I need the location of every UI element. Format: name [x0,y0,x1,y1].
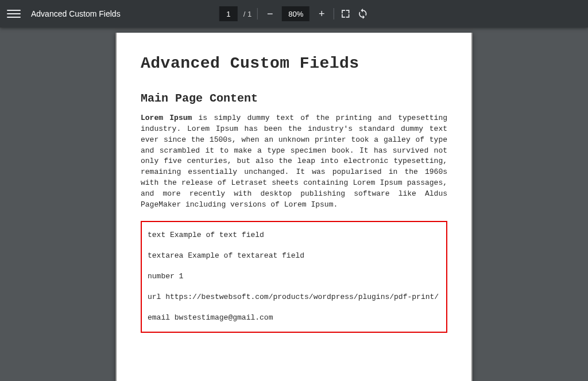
rotate-button[interactable] [357,8,369,20]
page-title: Advanced Custom Fields [141,55,447,72]
fit-page-icon [340,8,351,20]
section-heading: Main Page Content [141,92,447,105]
field-number: number 1 [148,271,440,282]
paragraph-rest: is simply dummy text of the printing and… [141,114,447,209]
rotate-icon [357,8,369,20]
field-email: email bwstestimage@gmail.com [148,313,440,323]
zoom-level-input[interactable] [282,6,310,21]
pdf-toolbar: Advanced Custom Fields / 1 − + [0,0,588,28]
paragraph-lead: Lorem Ipsum [141,114,192,122]
fit-page-button[interactable] [340,8,351,20]
page-number-input[interactable] [219,6,238,21]
document-title: Advanced Custom Fields [31,9,121,18]
page-total-label: / 1 [243,10,252,18]
separator [334,8,334,20]
zoom-out-button[interactable]: − [264,7,276,20]
zoom-in-button[interactable]: + [315,7,328,20]
field-textarea: textarea Example of textareat field [148,251,440,261]
body-paragraph: Lorem Ipsum is simply dummy text of the … [141,113,447,211]
annotation-box: text Example of text field textarea Exam… [141,221,447,333]
field-text: text Example of text field [148,230,440,240]
menu-icon[interactable] [7,7,21,21]
pdf-page: Advanced Custom Fields Main Page Content… [115,33,473,381]
field-url: url https://bestwebsoft.com/products/wor… [148,292,440,302]
toolbar-center-controls: / 1 − + [219,6,369,21]
document-viewer[interactable]: Advanced Custom Fields Main Page Content… [0,28,588,381]
separator [257,8,258,20]
